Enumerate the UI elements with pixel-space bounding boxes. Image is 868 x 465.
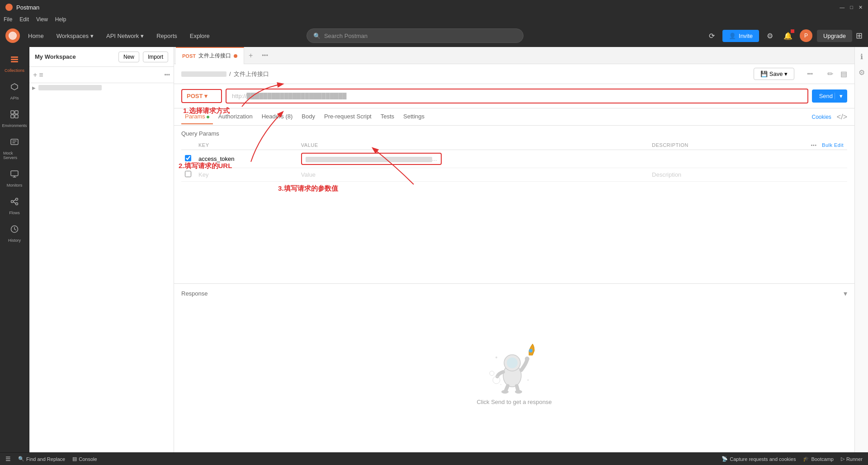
api-network-nav-button[interactable]: API Network ▾ xyxy=(102,30,148,42)
sidebar-item-label: APIs xyxy=(10,96,19,100)
tab-unsaved-dot xyxy=(234,54,237,58)
response-collapse-icon[interactable]: ▾ xyxy=(844,289,847,298)
response-header: Response ▾ xyxy=(181,289,847,298)
send-button[interactable]: Send ▾ xyxy=(812,89,847,103)
menu-bar: File Edit View Help xyxy=(0,14,868,24)
runner-icon[interactable]: ☰ xyxy=(5,456,11,462)
svg-point-19 xyxy=(501,390,509,394)
window-controls[interactable]: — □ ✕ xyxy=(840,5,863,10)
method-select[interactable]: POST ▾ xyxy=(181,89,222,103)
sync-icon[interactable]: ⟳ xyxy=(704,28,719,43)
avatar-icon[interactable]: P xyxy=(799,28,813,43)
close-button[interactable]: ✕ xyxy=(859,5,863,10)
more-icon[interactable]: ••• xyxy=(811,142,816,148)
history-icon xyxy=(9,224,19,236)
sidebar-item-apis[interactable]: APIs xyxy=(1,78,28,104)
workspaces-nav-button[interactable]: Workspaces ▾ xyxy=(52,30,98,42)
svg-rect-3 xyxy=(11,61,18,62)
row-checkbox[interactable] xyxy=(185,155,191,161)
svg-rect-5 xyxy=(15,111,18,114)
collections-more-icon[interactable]: ••• xyxy=(164,72,170,78)
sidebar-item-label: Flows xyxy=(9,211,20,215)
sidebar-item-collections[interactable]: Collections xyxy=(1,51,28,76)
sidebar-item-mock-servers[interactable]: Mock Servers xyxy=(1,133,28,164)
right-info-icon[interactable]: ℹ xyxy=(859,51,865,63)
request-comment-icon[interactable]: ▤ xyxy=(840,70,847,78)
settings-icon[interactable]: ⚙ xyxy=(763,28,777,43)
filter-icon[interactable]: ≡ xyxy=(39,71,43,79)
new-tab-button[interactable]: + xyxy=(244,52,257,60)
tab-headers[interactable]: Headers (8) xyxy=(258,109,297,124)
tab-authorization[interactable]: Authorization xyxy=(215,109,256,124)
row-value-cell[interactable]: ... xyxy=(297,150,648,168)
main-content: POST 文件上传接口 + ••• / 文件上传接口 💾 Save ▾ xyxy=(174,47,854,452)
svg-point-18 xyxy=(529,349,533,352)
right-settings-icon[interactable]: ⚙ xyxy=(857,66,867,79)
empty-row-checkbox[interactable] xyxy=(185,171,191,177)
more-apps-icon[interactable]: ⊞ xyxy=(856,31,863,41)
request-docs-icon[interactable]: ✏ xyxy=(827,70,833,78)
runner-button[interactable]: ▷ Runner xyxy=(841,456,863,462)
sidebar-item-label: Environments xyxy=(2,123,27,128)
notification-icon[interactable]: 🔔 xyxy=(781,28,795,43)
cookies-link[interactable]: Cookies xyxy=(812,114,831,120)
url-input[interactable] xyxy=(226,89,808,103)
request-header: / 文件上传接口 💾 Save ▾ ••• ✏ ▤ xyxy=(174,64,854,84)
tab-tests[interactable]: Tests xyxy=(377,109,398,124)
tab-settings[interactable]: Settings xyxy=(400,109,428,124)
import-button[interactable]: Import xyxy=(143,52,168,62)
mock-servers-icon xyxy=(9,137,19,149)
environments-icon xyxy=(9,109,19,122)
menu-help[interactable]: Help xyxy=(55,16,66,23)
console-button[interactable]: ▤ Console xyxy=(72,456,97,462)
sidebar-item-flows[interactable]: Flows xyxy=(1,193,28,219)
menu-edit[interactable]: Edit xyxy=(19,16,29,23)
tab-params[interactable]: Params xyxy=(181,109,213,124)
menu-view[interactable]: View xyxy=(36,16,48,23)
menu-file[interactable]: File xyxy=(4,16,12,23)
tree-item[interactable]: ▶ xyxy=(29,83,174,92)
capture-requests-button[interactable]: 📡 Capture requests and cookies xyxy=(722,456,796,462)
save-button[interactable]: 💾 Save ▾ xyxy=(754,68,795,80)
svg-rect-4 xyxy=(11,111,14,114)
add-collection-icon[interactable]: + xyxy=(33,71,37,79)
request-header-more-icon[interactable]: ••• xyxy=(807,71,813,77)
search-bar[interactable]: 🔍 Search Postman xyxy=(307,28,524,43)
bulk-edit-button[interactable]: Bulk Edit xyxy=(822,142,844,148)
minimize-button[interactable]: — xyxy=(840,5,844,10)
request-tab[interactable]: POST 文件上传接口 xyxy=(176,47,244,64)
code-icon[interactable]: </> xyxy=(837,113,847,121)
reports-nav-button[interactable]: Reports xyxy=(152,30,182,42)
explore-nav-button[interactable]: Explore xyxy=(185,30,214,42)
collections-tree: ▶ xyxy=(29,83,174,92)
tab-body[interactable]: Body xyxy=(298,109,319,124)
empty-desc-cell[interactable]: Description xyxy=(648,168,752,182)
home-nav-button[interactable]: Home xyxy=(24,30,48,42)
sidebar: Collections APIs Environments Mock Serve… xyxy=(0,47,29,452)
send-dropdown-arrow[interactable]: ▾ xyxy=(835,93,847,99)
params-tabs: Params Authorization Headers (8) Body Pr… xyxy=(174,108,854,126)
row-checkbox-cell[interactable] xyxy=(181,150,195,168)
left-panel-header: My Workspace New Import xyxy=(29,47,174,67)
upgrade-button[interactable]: Upgrade xyxy=(817,30,852,42)
svg-point-10 xyxy=(11,201,14,203)
sidebar-item-monitors[interactable]: Monitors xyxy=(1,165,28,191)
tab-method-label: POST xyxy=(182,53,196,59)
api-network-chevron-icon: ▾ xyxy=(141,33,144,39)
empty-key-cell[interactable]: Key xyxy=(195,168,297,182)
right-sidebar: ℹ ⚙ xyxy=(854,47,868,452)
invite-button[interactable]: 👤 Invite xyxy=(722,30,759,42)
maximize-button[interactable]: □ xyxy=(850,5,853,10)
bootcamp-button[interactable]: 🎓 Bootcamp xyxy=(803,456,834,462)
empty-checkbox-cell[interactable] xyxy=(181,168,195,182)
sidebar-item-history[interactable]: History xyxy=(1,221,28,246)
empty-value-cell[interactable]: Value xyxy=(297,168,648,182)
new-button[interactable]: New xyxy=(118,52,139,62)
sidebar-item-environments[interactable]: Environments xyxy=(1,106,28,132)
tabs-more-button[interactable]: ••• xyxy=(257,52,273,59)
row-desc-cell[interactable] xyxy=(648,150,752,168)
row-key-cell[interactable]: access_token xyxy=(195,150,297,168)
find-replace-button[interactable]: 🔍 Find and Replace xyxy=(18,456,65,462)
tab-prerequest[interactable]: Pre-request Script xyxy=(321,109,375,124)
col-bulkedit[interactable]: ••• Bulk Edit xyxy=(752,141,847,150)
